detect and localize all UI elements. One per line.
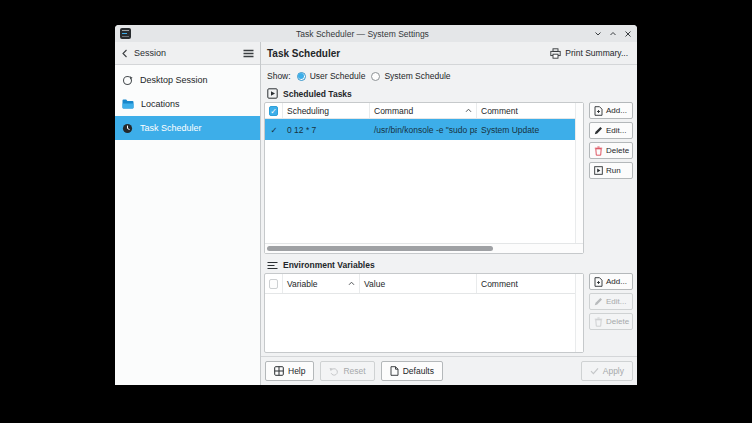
edit-pencil-icon	[594, 297, 603, 306]
empty-checkbox-icon	[269, 279, 278, 289]
system-settings-window: Task Scheduler — System Settings Session…	[115, 25, 637, 385]
sort-ascending-icon	[465, 108, 472, 113]
edit-pencil-icon	[594, 126, 603, 135]
variable-edit-button[interactable]: Edit...	[589, 293, 633, 310]
folder-icon	[122, 99, 134, 109]
content: Show: User Schedule System Schedule Sche…	[261, 65, 637, 356]
radio-user-schedule[interactable]: User Schedule	[297, 71, 366, 81]
page-title: Task Scheduler	[267, 48, 547, 59]
sort-ascending-icon	[348, 281, 355, 286]
clock-icon	[122, 123, 133, 134]
titlebar: Task Scheduler — System Settings	[115, 25, 637, 42]
sidebar-item-desktop-session[interactable]: Desktop Session	[115, 68, 260, 92]
column-header-command[interactable]: Command	[370, 103, 477, 118]
select-all-checkbox[interactable]	[265, 274, 283, 293]
reset-button[interactable]: Reset	[320, 361, 374, 381]
task-run-button[interactable]: Run	[589, 162, 633, 179]
sidebar: Session Desktop Session Locations Task S…	[115, 42, 261, 385]
task-comment-cell: System Update	[477, 125, 583, 135]
undo-arrow-icon	[329, 367, 339, 376]
defaults-document-icon	[390, 366, 399, 376]
defaults-button[interactable]: Defaults	[381, 361, 443, 381]
help-icon	[274, 366, 284, 376]
task-enabled-check: ✓	[265, 125, 283, 135]
main-pane: Task Scheduler Print Summary... Show: Us…	[261, 42, 637, 385]
window-title: Task Scheduler — System Settings	[131, 29, 594, 39]
task-command-cell: /usr/bin/konsole -e "sudo pa...	[370, 125, 477, 135]
printer-icon	[550, 48, 561, 59]
radio-unselected-icon	[371, 72, 380, 81]
table-empty-space	[265, 140, 583, 243]
task-row-system-update[interactable]: ✓ 0 12 * 7 /usr/bin/konsole -e "sudo pa.…	[265, 119, 583, 140]
checked-checkbox-icon: ✓	[269, 106, 278, 116]
task-buttons: Add... Edit... Delete Run	[584, 102, 633, 179]
back-button[interactable]	[121, 49, 129, 58]
horizontal-scrollbar[interactable]	[265, 243, 583, 253]
trash-icon	[594, 146, 603, 156]
sidebar-item-label: Task Scheduler	[140, 123, 202, 133]
scheduled-tasks-section-header: Scheduled Tasks	[267, 88, 633, 99]
sidebar-item-label: Desktop Session	[140, 75, 208, 85]
radio-selected-icon	[297, 72, 306, 81]
help-button[interactable]: Help	[265, 361, 314, 381]
scrollbar-thumb[interactable]	[267, 246, 493, 251]
column-header-scheduling[interactable]: Scheduling	[283, 103, 370, 118]
sidebar-item-task-scheduler[interactable]: Task Scheduler	[115, 116, 260, 140]
hamburger-menu-icon[interactable]	[243, 44, 254, 62]
column-header-comment[interactable]: Comment	[477, 274, 583, 293]
vertical-scrollbar-gutter[interactable]	[575, 274, 583, 352]
environment-variables-title: Environment Variables	[283, 260, 375, 270]
print-summary-label: Print Summary...	[565, 48, 628, 58]
run-icon	[594, 166, 603, 175]
column-header-comment[interactable]: Comment	[477, 103, 583, 118]
scheduled-tasks-icon	[267, 88, 278, 99]
environment-variables-table: Variable Value Comment	[264, 273, 584, 353]
task-edit-button[interactable]: Edit...	[589, 122, 633, 139]
table-empty-space	[265, 294, 583, 352]
session-restore-icon	[122, 75, 133, 86]
radio-system-schedule[interactable]: System Schedule	[371, 71, 450, 81]
environment-variables-section-header: Environment Variables	[267, 260, 633, 270]
main-header: Task Scheduler Print Summary...	[261, 42, 637, 65]
variables-list-icon	[267, 261, 278, 270]
sidebar-item-locations[interactable]: Locations	[115, 92, 260, 116]
scheduled-tasks-table: ✓ Scheduling Command Comment ✓ 0 12 * 7 …	[264, 102, 584, 254]
apply-button[interactable]: Apply	[581, 361, 633, 381]
environment-variables-area: Variable Value Comment Add...	[264, 273, 633, 353]
scheduled-tasks-title: Scheduled Tasks	[283, 89, 352, 99]
variable-delete-button[interactable]: Delete	[589, 313, 633, 330]
variable-buttons: Add... Edit... Delete	[584, 273, 633, 330]
sidebar-list: Desktop Session Locations Task Scheduler	[115, 65, 260, 140]
print-summary-button[interactable]: Print Summary...	[547, 46, 631, 61]
add-document-icon	[594, 277, 603, 287]
app-icon	[120, 28, 131, 39]
close-icon[interactable]	[624, 30, 632, 38]
apply-check-icon	[590, 367, 599, 375]
sidebar-back-label: Session	[134, 48, 238, 58]
footer-bar: Help Reset Defaults Apply	[261, 356, 637, 385]
variable-add-button[interactable]: Add...	[589, 273, 633, 290]
scheduled-tasks-area: ✓ Scheduling Command Comment ✓ 0 12 * 7 …	[264, 102, 633, 254]
task-scheduling-cell: 0 12 * 7	[283, 125, 370, 135]
radio-label: System Schedule	[384, 71, 450, 81]
task-add-button[interactable]: Add...	[589, 102, 633, 119]
add-document-icon	[594, 106, 603, 116]
column-header-variable[interactable]: Variable	[283, 274, 360, 293]
table-header: Variable Value Comment	[265, 274, 583, 294]
minimize-icon[interactable]	[594, 30, 602, 38]
radio-label: User Schedule	[310, 71, 366, 81]
column-header-value[interactable]: Value	[360, 274, 477, 293]
vertical-scrollbar-gutter[interactable]	[575, 103, 583, 243]
select-all-checkbox[interactable]: ✓	[265, 103, 283, 118]
sidebar-item-label: Locations	[141, 99, 180, 109]
trash-icon	[594, 317, 603, 327]
show-row: Show: User Schedule System Schedule	[267, 71, 633, 81]
task-delete-button[interactable]: Delete	[589, 142, 633, 159]
maximize-icon[interactable]	[609, 30, 617, 38]
table-header: ✓ Scheduling Command Comment	[265, 103, 583, 119]
sidebar-header: Session	[115, 42, 260, 65]
show-label: Show:	[267, 71, 291, 81]
